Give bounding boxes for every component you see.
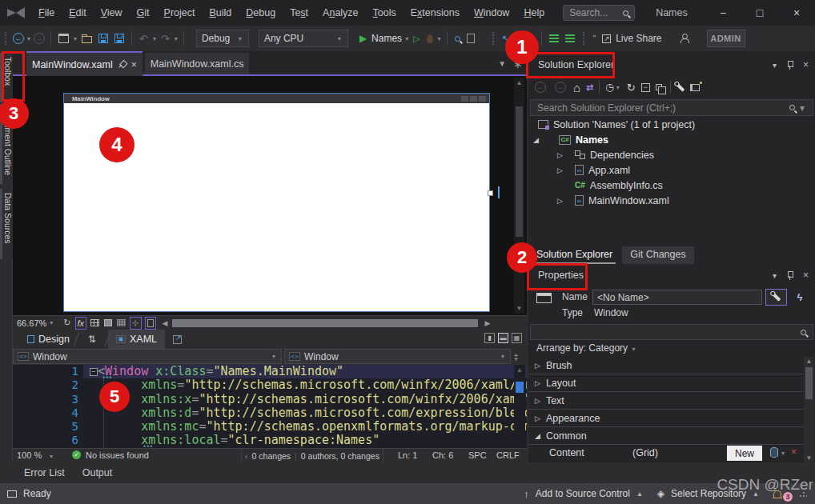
redo-button[interactable]: ↷: [161, 32, 170, 45]
properties-mode-wrench-button[interactable]: [765, 289, 787, 306]
menu-git[interactable]: Git: [130, 6, 157, 20]
menu-help[interactable]: Help: [516, 6, 552, 20]
xaml-code-editor[interactable]: 1−<Window x:Class="Names.MainWindow"2 xm…: [13, 365, 527, 448]
save-button[interactable]: [98, 32, 108, 45]
se-show-all-files-icon[interactable]: [656, 84, 662, 90]
tab-list-dropdown-icon[interactable]: ▼: [498, 59, 506, 68]
category-text[interactable]: ▷Text: [528, 392, 804, 410]
designer-resize-handle[interactable]: [488, 190, 493, 196]
close-button[interactable]: ×: [778, 0, 815, 26]
se-forward-icon[interactable]: →: [555, 82, 566, 93]
se-back-icon[interactable]: ←: [535, 82, 546, 93]
code-line-2[interactable]: 2 xmlns="http://schemas.microsoft.com/wi…: [13, 378, 527, 392]
hscroll-left-arrow[interactable]: ◀: [163, 319, 168, 327]
code-line-4[interactable]: 4 xmlns:d="http://schemas.microsoft.com/…: [13, 406, 527, 420]
add-source-arrow-icon[interactable]: ▲: [636, 490, 643, 498]
se-sync-active-icon[interactable]: ⇄: [586, 82, 593, 93]
category-brush[interactable]: ▷Brush: [528, 357, 804, 374]
document-tab-MainWindow.xaml.cs[interactable]: MainWindow.xaml.cs: [145, 53, 250, 74]
tab-close-icon[interactable]: ×: [131, 59, 137, 70]
menu-analyze[interactable]: Analyze: [315, 6, 365, 20]
se-properties-wrench-icon[interactable]: [676, 83, 685, 92]
solution-explorer-search[interactable]: Search Solution Explorer (Ctrl+;) ▾: [530, 99, 813, 116]
save-all-button[interactable]: [114, 32, 124, 45]
design-view-tab[interactable]: Design: [21, 331, 76, 347]
content-dropdown-icon[interactable]: ▾: [781, 450, 785, 457]
se-collapse-all-icon[interactable]: −: [641, 83, 650, 92]
menu-view[interactable]: View: [94, 6, 130, 20]
se-refresh-icon[interactable]: ↻: [627, 82, 636, 94]
live-share-icon[interactable]: [602, 32, 611, 45]
hscroll-right-arrow[interactable]: ▶: [484, 319, 490, 327]
prop-close-icon[interactable]: ×: [803, 270, 809, 281]
line-indicator[interactable]: Ln: 1: [398, 450, 417, 460]
zoom-level-value[interactable]: 66.67%: [17, 318, 46, 328]
menu-test[interactable]: Test: [283, 6, 315, 20]
name-input[interactable]: <No Name>: [592, 290, 762, 305]
new-button[interactable]: New: [727, 446, 762, 461]
menu-tools[interactable]: Tools: [366, 6, 403, 20]
live-share-label[interactable]: Live Share: [616, 33, 661, 44]
popout-xaml-icon[interactable]: [173, 335, 182, 344]
refresh-designer-icon[interactable]: ↻: [63, 318, 70, 328]
authors-count[interactable]: 0 authors, 0 changes: [301, 451, 379, 461]
menu-debug[interactable]: Debug: [239, 6, 283, 20]
snap-to-snaplines-icon[interactable]: ⊹: [130, 317, 141, 330]
collapse-pane-icon[interactable]: ▦: [512, 333, 522, 343]
designer-horizontal-scrollbar[interactable]: [172, 319, 478, 327]
tree-item-dependencies[interactable]: ▷Dependencies: [528, 147, 815, 162]
code-line-1[interactable]: 1−<Window x:Class="Names.MainWindow": [13, 365, 527, 378]
snapline-icon[interactable]: [117, 319, 126, 326]
se-pin-icon[interactable]: [787, 61, 793, 70]
category-layout[interactable]: ▷Layout: [528, 374, 804, 392]
start-without-debug-button[interactable]: ▷: [413, 32, 420, 45]
se-window-menu-icon[interactable]: ▾: [773, 61, 777, 70]
snap-grid-icon[interactable]: [104, 319, 112, 326]
issues-status[interactable]: No issues found: [86, 450, 149, 460]
add-user-icon[interactable]: [680, 32, 689, 45]
changes-count[interactable]: 0 changes: [252, 451, 291, 461]
xaml-designer-surface[interactable]: MainWindow ▲ ▼: [13, 76, 527, 315]
document-button[interactable]: [467, 32, 475, 45]
tree-item-solution-names-1-of-1-project-[interactable]: Solution 'Names' (1 of 1 project): [528, 117, 815, 132]
properties-scrollbar[interactable]: ▲ ▼: [804, 357, 814, 462]
breadcrumb-right[interactable]: <>Window▾: [284, 349, 511, 364]
bottom-tab-error-list[interactable]: Error List: [24, 467, 65, 478]
tree-item-mainwindow.xaml[interactable]: ▷‹›MainWindow.xaml: [528, 193, 815, 208]
run-target-label[interactable]: Names: [371, 33, 402, 44]
effects-toggle-icon[interactable]: fx: [75, 317, 87, 330]
arrange-by[interactable]: Arrange by: Category ▾: [536, 342, 636, 354]
code-line-3[interactable]: 3 xmlns:x="http://schemas.microsoft.com/…: [13, 393, 527, 406]
code-line-5[interactable]: 5 xmlns:mc="http://schemas.openxmlformat…: [13, 420, 527, 434]
designer-vertical-scrollbar[interactable]: ▲ ▼: [514, 78, 524, 314]
panel-tab-solution-explorer[interactable]: Solution Explorer: [533, 246, 616, 264]
open-file-button[interactable]: [82, 32, 92, 45]
collapsed-icon[interactable]: ▷: [557, 197, 563, 205]
collapsed-icon[interactable]: ▷: [557, 166, 563, 174]
new-project-button[interactable]: [58, 32, 69, 45]
swap-panes-icon[interactable]: ⇅: [88, 334, 96, 345]
breadcrumb-left[interactable]: <>Window▾: [13, 349, 282, 364]
platform-dropdown[interactable]: Any CPU▾: [259, 30, 348, 47]
prop-window-menu-icon[interactable]: ▾: [773, 271, 777, 280]
tab-pin-icon[interactable]: [115, 58, 128, 71]
panel-tab-git-changes[interactable]: Git Changes: [622, 246, 693, 264]
find-in-files-button[interactable]: [455, 32, 460, 45]
prop-pin-icon[interactable]: [787, 271, 793, 280]
designer-window-preview[interactable]: MainWindow: [63, 93, 490, 312]
navigate-forward-button[interactable]: →: [34, 33, 45, 44]
se-close-icon[interactable]: ×: [803, 59, 809, 70]
se-home-icon[interactable]: ⌂: [573, 81, 580, 94]
undo-button[interactable]: ↶: [139, 32, 148, 45]
debug-configuration-dropdown[interactable]: Debug▾: [196, 30, 249, 47]
events-lightning-button[interactable]: ϟ: [790, 289, 809, 306]
se-preview-icon[interactable]: [690, 84, 700, 91]
vertical-split-icon[interactable]: ▮: [484, 333, 495, 343]
show-grid-icon[interactable]: [90, 319, 99, 326]
horizontal-split-icon[interactable]: ▬: [498, 333, 508, 343]
admin-button[interactable]: ADMIN: [707, 30, 745, 47]
collapsed-icon[interactable]: ▷: [557, 151, 563, 159]
menu-file[interactable]: File: [31, 6, 62, 20]
hot-reload-icon[interactable]: [427, 32, 433, 45]
tree-item-names[interactable]: ◢C#Names: [528, 132, 815, 147]
